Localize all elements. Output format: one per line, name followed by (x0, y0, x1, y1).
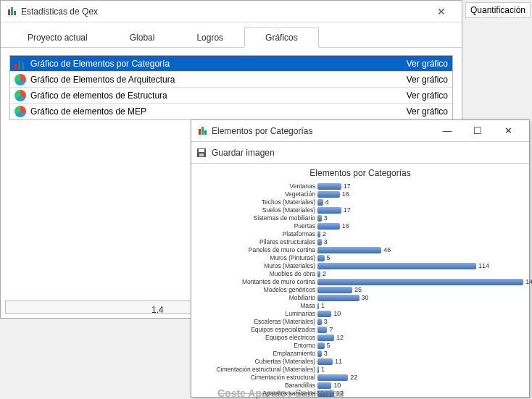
chart-bar: 2 (317, 271, 320, 277)
chart-category-label: Cubiertas (Materiales) (194, 358, 317, 365)
chart-bar: 17 (317, 183, 341, 190)
chart-list-row[interactable]: Gráfico de elementos de EstructuraVer gr… (10, 88, 452, 104)
tab-graficos[interactable]: Gráficos (244, 28, 319, 48)
window-controls: — ☐ ✕ (432, 121, 523, 141)
svg-rect-8 (199, 154, 204, 156)
chart-window-title: Elementos por Categorías (212, 126, 432, 136)
chart-category-label: Masa (194, 303, 317, 309)
chart-category-label: Cimentación estructural (Materiales) (194, 366, 317, 373)
chart-category-label: Luminarias (194, 311, 317, 317)
chart-category-label: Montantes de muro cortina (194, 279, 317, 285)
footer-bleed-text: Coste Aparatos Sanitarios (217, 387, 344, 399)
chart-value-label: 11 (335, 358, 342, 365)
svg-rect-7 (199, 149, 204, 152)
svg-rect-0 (8, 9, 10, 15)
chart-area: Elementos por Categorías VentanasVegetac… (191, 164, 529, 399)
chart-category-label: Emplazamiento (194, 350, 317, 357)
app-icon (7, 7, 17, 17)
stats-close-button[interactable]: ✕ (427, 6, 456, 17)
chart-value-label: 22 (350, 374, 357, 381)
chart-title: Elementos por Categorías (194, 168, 526, 178)
chart-value-label: 148 (525, 278, 532, 285)
chart-bar: 3 (317, 215, 322, 222)
chart-value-label: 12 (336, 334, 344, 341)
background-tab-quantification[interactable]: Quantificación (465, 2, 531, 18)
chart-value-label: 17 (344, 206, 351, 214)
chart-category-label: Cimentación estructural (194, 374, 317, 381)
status-value: 1.4 (151, 305, 164, 315)
chart-bar: 5 (317, 343, 325, 349)
chart-row-action[interactable]: Ver gráfico (407, 75, 448, 85)
chart-bar: 10 (317, 311, 331, 317)
chart-bar: 2 (317, 231, 320, 238)
chart-list-row[interactable]: Gráfico de elementos de MEPVer gráfico (10, 104, 452, 119)
chart-category-label: Vegetación (194, 191, 317, 198)
chart-list-row[interactable]: Gráfico de Elementos de ArquitecturaVer … (10, 72, 452, 88)
chart-row-action[interactable]: Ver gráfico (407, 91, 448, 101)
svg-rect-1 (11, 7, 13, 15)
minimize-button[interactable]: — (432, 121, 462, 141)
chart-category-label: Muros (Pinturas) (194, 255, 317, 261)
chart-value-label: 1 (321, 302, 325, 309)
svg-rect-4 (201, 127, 204, 135)
chart-value-label: 4 (325, 198, 329, 206)
tab-global[interactable]: Global (109, 28, 176, 48)
tab-logros[interactable]: Logros (175, 28, 244, 48)
bar-chart-icon (14, 58, 26, 70)
chart-row-label: Gráfico de elementos de Estructura (30, 91, 407, 101)
chart-value-label: 1 (321, 366, 325, 373)
maximize-button[interactable]: ☐ (462, 121, 493, 141)
chart-bar: 114 (317, 263, 476, 269)
chart-category-label: Muros (Materiales) (194, 263, 317, 269)
chart-value-label: 10 (333, 310, 341, 317)
chart-titlebar: Elementos por Categorías — ☐ ✕ (191, 120, 529, 142)
chart-bar: 17 (317, 207, 341, 214)
chart-bar: 5 (317, 255, 325, 261)
chart-value-label: 7 (329, 326, 333, 333)
chart-bar: 3 (317, 319, 322, 325)
stats-tabs: Proyecto actual Global Logros Gráficos (1, 22, 462, 48)
chart-value-label: 114 (478, 262, 489, 269)
stats-titlebar: Estadisticas de Qex ✕ (1, 1, 462, 22)
chart-value-label: 2 (323, 270, 326, 277)
chart-row-action[interactable]: Ver gráfico (407, 59, 448, 69)
chart-category-label: Suelos (Materiales) (194, 207, 317, 214)
chart-bar: 25 (317, 287, 352, 293)
save-icon[interactable] (196, 147, 207, 159)
chart-value-label: 16 (342, 222, 349, 230)
chart-value-label: 3 (324, 350, 328, 357)
stats-window-title: Estadisticas de Qex (21, 7, 427, 17)
chart-value-label: 5 (327, 342, 331, 349)
chart-value-label: 3 (324, 318, 328, 325)
svg-rect-3 (199, 129, 201, 135)
chart-bar: 30 (317, 295, 359, 301)
close-button[interactable]: ✕ (493, 121, 523, 141)
chart-category-label: Escaleras (Materiales) (194, 319, 317, 325)
chart-category-label: Plataformas (194, 231, 317, 238)
chart-category-label: Pilares estructurales (194, 239, 317, 245)
svg-rect-5 (204, 130, 207, 135)
tab-proyecto-actual[interactable]: Proyecto actual (7, 28, 109, 48)
chart-value-label: 30 (362, 294, 369, 301)
chart-value-label: 5 (327, 254, 331, 261)
chart-list-row[interactable]: Gráfico de Elementos por CategoríaVer gr… (10, 56, 452, 72)
chart-category-label: Techos (Materiales) (194, 199, 317, 206)
chart-category-label: Equipos especializados (194, 327, 317, 333)
save-image-label[interactable]: Guardar imagen (212, 148, 275, 158)
chart-row-label: Gráfico de Elementos por Categoría (30, 59, 407, 69)
chart-list: Gráfico de Elementos por CategoríaVer gr… (9, 55, 453, 120)
chart-value-label: 17 (344, 182, 351, 190)
chart-category-label: Sistemas de mobiliario (194, 215, 317, 222)
chart-value-label: 46 (383, 246, 391, 253)
chart-bar: 148 (317, 279, 523, 285)
chart-category-label: Ventanas (194, 183, 317, 190)
chart-value-label: 25 (354, 286, 362, 293)
chart-category-label: Mobiliario (194, 295, 317, 301)
chart-bar: 3 (317, 239, 322, 245)
chart-row-label: Gráfico de elementos de MEP (30, 106, 407, 117)
chart-window: Elementos por Categorías — ☐ ✕ Guardar i… (191, 119, 530, 398)
chart-bar: 7 (317, 327, 327, 333)
chart-row-action[interactable]: Ver gráfico (407, 106, 448, 117)
chart-category-label: Equipos eléctricos (194, 335, 317, 341)
chart-value-label: 3 (324, 238, 328, 245)
